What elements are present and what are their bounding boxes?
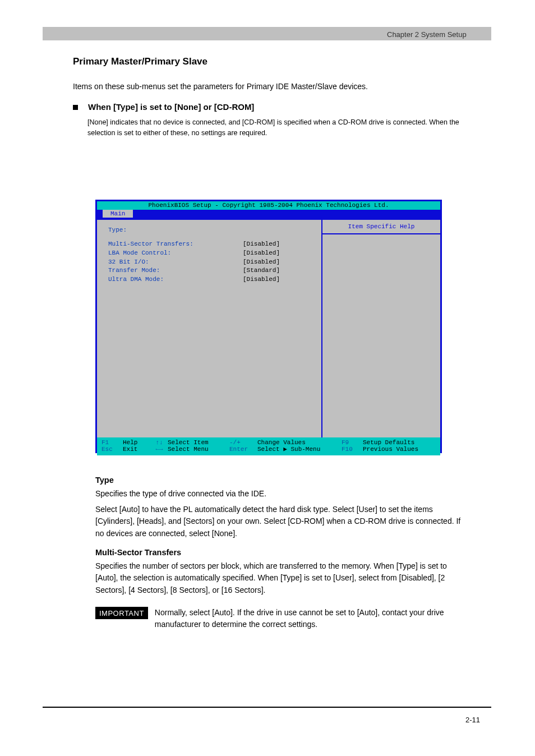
bios-footer: F1 Help ↑↓ Select Item -/+ Change Values…	[97, 437, 440, 455]
item-text: Specifies the type of drive connected vi…	[95, 488, 465, 500]
bios-label: Transfer Mode:	[108, 267, 243, 274]
bios-key-enter: Enter	[229, 446, 257, 453]
bios-key-f9: F9	[342, 439, 363, 446]
bios-value: [Disabled]	[243, 259, 280, 266]
arrows-updown-icon: ↑↓	[151, 439, 168, 446]
page-number: 2-11	[465, 716, 480, 724]
bios-key-label: Previous Values	[363, 446, 418, 453]
bios-value: [Disabled]	[243, 241, 280, 248]
bios-row-ultradma[interactable]: Ultra DMA Mode: [Disabled]	[108, 276, 310, 283]
bios-row-type[interactable]: Type:	[108, 227, 310, 234]
bios-value: [Disabled]	[243, 276, 280, 283]
item-title-multisector: Multi-Sector Transfers	[95, 548, 465, 557]
bios-row-lba[interactable]: LBA Mode Control: [Disabled]	[108, 250, 310, 257]
bios-help-pane: Item Specific Help	[322, 220, 440, 437]
bios-body: Type: Multi-Sector Transfers: [Disabled]…	[97, 219, 440, 437]
bios-key-label: Exit	[123, 446, 151, 453]
section-title: Primary Master/Primary Slave	[73, 56, 465, 67]
bios-value: [Disabled]	[243, 250, 280, 257]
bios-tab-main[interactable]: Main	[103, 210, 133, 218]
bios-label: LBA Mode Control:	[108, 250, 243, 257]
bios-help-title: Item Specific Help	[322, 223, 440, 235]
page-header: Chapter 2 System Setup	[387, 30, 467, 39]
bios-label: 32 Bit I/O:	[108, 259, 243, 266]
item-title-type: Type	[95, 476, 465, 485]
bios-screenshot: PhoenixBIOS Setup - Copyright 1985-2004 …	[95, 200, 442, 453]
bullet-row: When [Type] is set to [None] or [CD-ROM]	[73, 102, 465, 112]
bios-value: [Standard]	[243, 267, 280, 274]
important-text: Normally, select [Auto]. If the drive in…	[155, 607, 465, 630]
bios-key-esc: Esc	[102, 446, 123, 453]
bios-row-multisector[interactable]: Multi-Sector Transfers: [Disabled]	[108, 241, 310, 248]
bios-key-label: Select ▶ Sub-Menu	[257, 446, 342, 453]
bullet-square-icon	[73, 105, 78, 110]
bios-key-label: Select Menu	[168, 446, 229, 453]
bios-label: Multi-Sector Transfers:	[108, 241, 243, 248]
bios-key-label: Help	[123, 439, 151, 446]
bios-key-f1: F1	[102, 439, 123, 446]
bios-left-pane: Type: Multi-Sector Transfers: [Disabled]…	[97, 220, 322, 437]
bios-menubar: Main	[97, 210, 440, 219]
item-text: Select [Auto] to have the PL automatical…	[95, 504, 465, 540]
item-text: Specifies the number of sectors per bloc…	[95, 560, 465, 597]
bios-key-minusplus: -/+	[229, 439, 257, 446]
important-note: IMPORTANT Normally, select [Auto]. If th…	[95, 607, 465, 630]
bios-row-32bit[interactable]: 32 Bit I/O: [Disabled]	[108, 259, 310, 266]
bullet-note: [None] indicates that no device is conne…	[87, 117, 465, 139]
bottom-rule	[43, 707, 491, 708]
section-intro: Items on these sub-menus set the paramet…	[73, 81, 465, 93]
bios-label: Ultra DMA Mode:	[108, 276, 243, 283]
arrows-leftright-icon: ←→	[151, 446, 168, 453]
bios-key-f10: F10	[342, 446, 363, 453]
bios-key-label: Change Values	[257, 439, 342, 446]
bullet-subhead: When [Type] is set to [None] or [CD-ROM]	[88, 102, 254, 112]
bios-title: PhoenixBIOS Setup - Copyright 1985-2004 …	[97, 201, 440, 210]
bios-key-label: Select Item	[168, 439, 229, 446]
bios-label: Type:	[108, 227, 243, 234]
bios-key-label: Setup Defaults	[363, 439, 414, 446]
bios-row-transfer[interactable]: Transfer Mode: [Standard]	[108, 267, 310, 274]
important-badge: IMPORTANT	[95, 607, 148, 619]
